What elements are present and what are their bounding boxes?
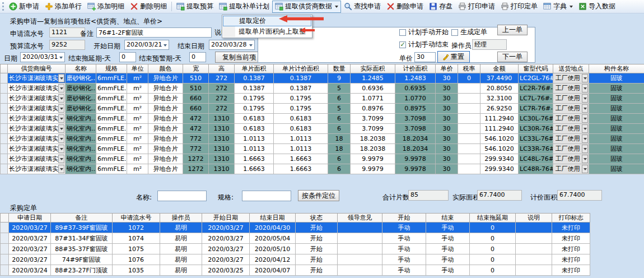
column-header[interactable]: 备注: [51, 214, 113, 223]
cell-start-date[interactable]: 2020/03/27: [202, 223, 250, 233]
cell-priced-area[interactable]: 3.7098: [395, 114, 436, 124]
chevron-down-icon[interactable]: [58, 84, 64, 92]
cell-amount[interactable]: 299.9340: [480, 154, 519, 164]
cell-spec[interactable]: 6mmFLE...: [96, 124, 127, 134]
cell-leader-opinion[interactable]: [338, 233, 382, 244]
cell-amount[interactable]: 37.4490: [480, 73, 519, 84]
cell-piece-area[interactable]: 0.1795: [235, 104, 274, 114]
column-header[interactable]: 操作员: [160, 214, 202, 223]
detail-grid-row[interactable]: 长沙市潇湘玻璃实... 钢化室内... 6mmFLE... m² 异地合片 47…: [1, 124, 644, 134]
cell-note[interactable]: 88#23-27F门顶玻: [51, 265, 113, 276]
chevron-down-icon[interactable]: [582, 165, 588, 173]
chevron-down-icon[interactable]: [582, 74, 588, 82]
print-order-button[interactable]: 打印定单: [498, 1, 540, 13]
cell-spec[interactable]: 6mmFLE...: [96, 104, 127, 114]
cell-color[interactable]: 异地合片: [148, 134, 183, 144]
cell-height[interactable]: 1310: [209, 114, 235, 124]
cell-piece-area[interactable]: 0.1387: [235, 73, 274, 84]
cell-window-code[interactable]: LC30L-76#...: [519, 114, 553, 124]
cell-actual-area[interactable]: 0.8976: [351, 104, 395, 114]
cell-qty[interactable]: 6: [328, 154, 351, 164]
cell-qty[interactable]: 6: [328, 124, 351, 134]
chevron-down-icon[interactable]: [582, 114, 588, 123]
save-button[interactable]: 存盘: [426, 1, 455, 13]
cell-actual-area[interactable]: 0.6936: [351, 84, 395, 94]
cell-name[interactable]: 钢化室内...: [66, 114, 96, 124]
cell-description[interactable]: [516, 244, 552, 254]
row-selector[interactable]: [1, 104, 8, 114]
locate-by-condition-button[interactable]: 按条件定位: [298, 190, 339, 201]
cell-priced-area[interactable]: 0.6935: [395, 84, 436, 94]
chevron-down-icon[interactable]: [582, 124, 588, 133]
column-header[interactable]: 高: [209, 64, 235, 73]
cell-amount[interactable]: 546.1020: [480, 144, 519, 154]
cell-priced-area[interactable]: 1.0770: [395, 94, 436, 104]
cell-leader-opinion[interactable]: [338, 244, 382, 254]
dictionary-button[interactable]: 字典: [540, 1, 576, 13]
cell-supplier[interactable]: 长沙市潇湘玻璃实...: [8, 134, 66, 144]
column-header[interactable]: 构件名称: [589, 64, 644, 73]
cell-priced-area[interactable]: 18.2034: [395, 134, 436, 144]
cell-unit-price[interactable]: 30: [436, 104, 458, 114]
cell-status[interactable]: 开始: [296, 233, 338, 244]
cell-tax-rate[interactable]: [458, 104, 480, 114]
cell-qty[interactable]: 18: [328, 134, 351, 144]
detail-grid-row[interactable]: 长沙市潇湘玻璃实... 钢化室内... 6mmFLE... m² 异地合片 77…: [1, 134, 644, 144]
cell-component-name[interactable]: 固玻: [589, 164, 644, 174]
cell-leader-opinion[interactable]: [338, 223, 382, 233]
cell-supplier[interactable]: 长沙市潇湘玻璃实...: [8, 164, 66, 174]
cell-priced-area[interactable]: 18.2034: [395, 144, 436, 154]
cell-color[interactable]: 异地合片: [148, 124, 183, 134]
copy-current-button[interactable]: 复制当前项: [215, 52, 263, 63]
column-header[interactable]: 税率: [458, 64, 480, 73]
column-header[interactable]: 宽: [183, 64, 209, 73]
cell-serial[interactable]: 1075: [113, 244, 160, 254]
cell-start-date[interactable]: 2020/03/27: [202, 244, 250, 254]
column-header[interactable]: 供货商编号: [8, 64, 66, 73]
chevron-down-icon[interactable]: [582, 84, 588, 92]
column-header[interactable]: 结束日期: [250, 214, 296, 223]
cell-component-name[interactable]: 固玻: [589, 73, 644, 84]
row-selector[interactable]: [1, 164, 8, 174]
row-selector[interactable]: [1, 84, 8, 94]
filter-name-input[interactable]: [157, 191, 207, 201]
cell-unit-price[interactable]: 30: [436, 73, 458, 84]
extract-budget-button[interactable]: 提取预算: [174, 1, 216, 13]
cell-amount[interactable]: 111.2940: [480, 124, 519, 134]
detail-grid-row[interactable]: 长沙市潇湘玻璃实... 钢化室内... 6mmFLE... m² 异地合片 12…: [1, 164, 644, 174]
chevron-down-icon[interactable]: [59, 57, 63, 59]
cell-unit[interactable]: m²: [127, 124, 148, 134]
cell-name[interactable]: 钢化室内...: [66, 134, 96, 144]
row-selector[interactable]: [1, 154, 8, 164]
cell-apply-date[interactable]: 2020/03/27: [9, 223, 51, 233]
cell-width[interactable]: 772: [183, 144, 209, 154]
cell-note[interactable]: 88#35-37F窗固玻: [51, 244, 113, 254]
column-header[interactable]: 窗型代码: [519, 64, 553, 73]
orders-grid-row[interactable]: 2020/03/27 88#35-37F窗固玻 1075 易明 2020/03/…: [1, 244, 590, 254]
row-selector[interactable]: [1, 124, 8, 134]
cell-priced-area[interactable]: 9.9978: [395, 164, 436, 174]
column-header[interactable]: 单片计价面积: [274, 64, 328, 73]
cell-qty[interactable]: 6: [328, 94, 351, 104]
cell-delivery-place[interactable]: 工厂使用: [553, 134, 589, 144]
orders-grid-row[interactable]: 2020/03/27 89#37-39F窗固玻 1072 易明 2020/03/…: [1, 223, 590, 233]
row-selector[interactable]: [1, 254, 9, 265]
end-date-picker[interactable]: 2020/03/28: [209, 40, 255, 50]
row-selector[interactable]: [1, 223, 9, 233]
checkbox-icon[interactable]: [399, 29, 406, 36]
cell-end-delay[interactable]: 0: [470, 244, 516, 254]
cell-unit-price[interactable]: 30: [436, 164, 458, 174]
cell-supplier[interactable]: 长沙市潇湘玻璃实...: [8, 124, 66, 134]
cell-end-mode[interactable]: 手动: [426, 233, 470, 244]
find-application-button[interactable]: 查找申请: [341, 1, 384, 13]
cell-actual-area[interactable]: 18.2038: [351, 134, 395, 144]
detail-grid-row[interactable]: 长沙市潇湘玻璃实... 磨砂钢化... 6mmFLE... m² 异地合片 66…: [1, 94, 644, 104]
cell-qty[interactable]: 5: [328, 104, 351, 114]
toolbar-grip[interactable]: [2, 2, 4, 11]
column-header[interactable]: 名称: [66, 64, 96, 73]
cell-width[interactable]: 510: [183, 84, 209, 94]
cell-spec[interactable]: 6mmFLE...: [96, 114, 127, 124]
cell-tax-rate[interactable]: [458, 84, 480, 94]
cell-window-code[interactable]: LC2GL-76#...: [519, 73, 553, 84]
cell-serial[interactable]: 1072: [113, 223, 160, 233]
